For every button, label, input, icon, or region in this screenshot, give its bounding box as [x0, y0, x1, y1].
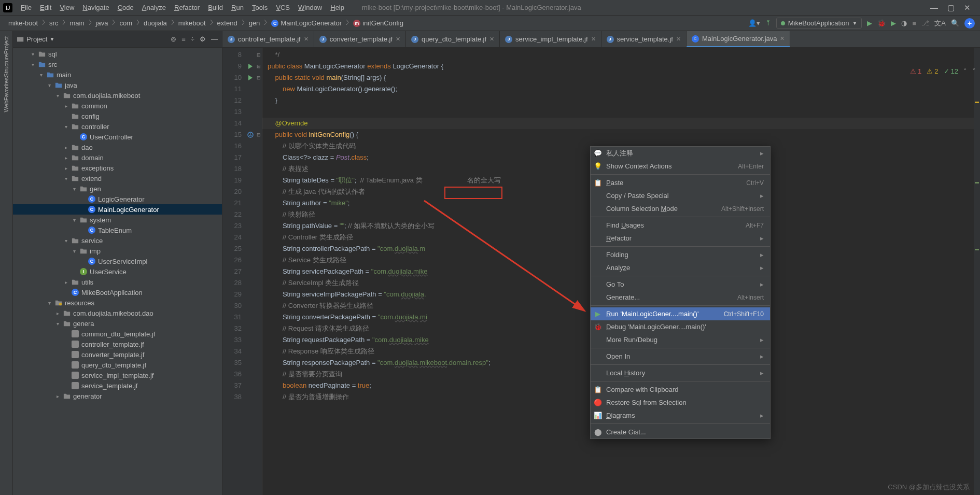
tree-TableEnum[interactable]: CTableEnum [13, 225, 222, 235]
close-icon[interactable]: ✕ [396, 36, 400, 43]
tree-common[interactable]: ▸common [13, 101, 222, 111]
ctx-----[interactable]: 💬私人注释▸ [591, 147, 770, 160]
tree-resources[interactable]: ▾resources [13, 298, 222, 308]
crumb-com[interactable]: com [116, 18, 135, 28]
tree-src[interactable]: ▾src [13, 59, 222, 69]
menu-vcs[interactable]: VCS [272, 2, 294, 13]
menu-tools[interactable]: Tools [248, 2, 272, 13]
insp-down-icon[interactable]: ˅ [972, 67, 976, 75]
crumb-mikeboot[interactable]: mikeboot [175, 18, 209, 28]
tree-com.duojiala.mikeboot[interactable]: ▾com.duojiala.mikeboot [13, 90, 222, 101]
tree-controller_template.jf[interactable]: controller_template.jf [13, 339, 222, 349]
inspection-badges[interactable]: ⚠1 ⚠2 ✓12 ˄ ˅ [910, 67, 976, 75]
tree-LogicGenerator[interactable]: CLogicGenerator [13, 194, 222, 204]
minimize-button[interactable]: — [930, 3, 938, 12]
tree-UserController[interactable]: CUserController [13, 132, 222, 142]
collapse-icon[interactable]: ÷ [191, 35, 194, 43]
debug-button[interactable]: 🐞 [877, 19, 886, 27]
close-icon[interactable]: ✕ [780, 35, 785, 42]
tree-MikeBootApplication[interactable]: CMikeBootApplication [13, 287, 222, 298]
crumb-src[interactable]: src [46, 18, 61, 28]
close-icon[interactable]: ✕ [304, 36, 309, 43]
select-opened-icon[interactable]: ⊚ [171, 35, 176, 43]
close-icon[interactable]: ✕ [676, 36, 681, 43]
tab-controller_template.jf[interactable]: Jcontroller_template.jf✕ [222, 31, 314, 47]
tab-service_template.jf[interactable]: Jservice_template.jf✕ [601, 31, 687, 47]
ctx-paste[interactable]: 📋PasteCtrl+V [591, 176, 770, 189]
tool-tab-project[interactable]: Project [3, 36, 9, 54]
ctx-debug--mainlogicgener----main---[interactable]: 🐞Debug 'MainLogicGener....main()' [591, 320, 770, 333]
tree-query_dto_template.jf[interactable]: query_dto_template.jf [13, 360, 222, 370]
build-icon[interactable]: ⤒ [765, 19, 771, 27]
tree-controller[interactable]: ▾controller [13, 121, 222, 132]
tree-genera[interactable]: ▾genera [13, 318, 222, 329]
tab-service_impl_template.jf[interactable]: Jservice_impl_template.jf✕ [500, 31, 601, 47]
close-icon[interactable]: ✕ [591, 36, 596, 43]
expand-icon[interactable]: ≡ [181, 35, 186, 43]
ctx-generate---[interactable]: Generate...Alt+Insert [591, 291, 770, 304]
stop-button[interactable]: ■ [912, 19, 916, 27]
crumb-initGenConfig[interactable]: minitGenConfig [350, 18, 407, 29]
menu-refactor[interactable]: Refactor [170, 2, 204, 13]
close-icon[interactable]: ✕ [489, 36, 494, 43]
crumb-extend[interactable]: extend [214, 18, 241, 28]
add-button[interactable]: + [964, 18, 975, 29]
tool-tab-web[interactable]: Web [3, 101, 9, 112]
tree-sql[interactable]: ▾sql [13, 49, 222, 59]
ctx-restore-sql-from-selection[interactable]: 🔴Restore Sql from Selection [591, 396, 770, 409]
menu-navigate[interactable]: Navigate [78, 2, 113, 13]
menu-run[interactable]: Run [227, 2, 248, 13]
crumb-duojiala[interactable]: duojiala [141, 18, 170, 28]
tab-converter_template.jf[interactable]: Jconverter_template.jf✕ [314, 31, 406, 47]
tree-generator[interactable]: ▸generator [13, 391, 222, 401]
crumb-gen[interactable]: gen [246, 18, 263, 28]
tool-tab-favorites[interactable]: Favorites [3, 77, 9, 101]
tab-query_dto_template.jf[interactable]: Jquery_dto_template.jf✕ [406, 31, 500, 47]
git-button[interactable]: ⎇ [921, 19, 929, 27]
menu-window[interactable]: Window [294, 2, 326, 13]
tree-utils[interactable]: ▸utils [13, 277, 222, 287]
tree-common_dto_template.jf[interactable]: common_dto_template.jf [13, 329, 222, 339]
ctx-refactor[interactable]: Refactor▸ [591, 232, 770, 245]
search-icon[interactable]: 🔍 [951, 19, 959, 27]
tool-tab-structure[interactable]: Structure [3, 54, 9, 77]
close-button[interactable]: ✕ [964, 3, 971, 12]
ctx-go-to[interactable]: Go To▸ [591, 278, 770, 291]
ctx-more-run-debug[interactable]: More Run/Debug▸ [591, 333, 770, 346]
tree-MainLogicGenerator[interactable]: CMainLogicGenerator [13, 204, 222, 215]
menu-code[interactable]: Code [114, 2, 138, 13]
gear-icon[interactable]: ⚙ [200, 35, 206, 43]
menu-view[interactable]: View [55, 2, 78, 13]
menu-file[interactable]: File [17, 2, 36, 13]
menu-build[interactable]: Build [204, 2, 227, 13]
crumb-main[interactable]: main [66, 18, 87, 28]
run-config-selector[interactable]: MikeBootApplication ▼ [776, 18, 862, 29]
tree-service_impl_template.jf[interactable]: service_impl_template.jf [13, 370, 222, 380]
ctx-find-usages[interactable]: Find UsagesAlt+F7 [591, 219, 770, 232]
ctx-folding[interactable]: Folding▸ [591, 248, 770, 261]
tree-com.duojiala.mikeboot.dao[interactable]: ▸com.duojiala.mikeboot.dao [13, 308, 222, 318]
crumb-MainLogicGenerator[interactable]: CMainLogicGenerator [268, 18, 345, 29]
tree-domain[interactable]: ▸domain [13, 152, 222, 163]
tree-system[interactable]: ▾system [13, 215, 222, 225]
tree-service_template.jf[interactable]: service_template.jf [13, 380, 222, 391]
error-stripe[interactable] [974, 48, 980, 495]
ctx-create-gist---[interactable]: ⬤Create Gist... [591, 426, 770, 439]
hide-icon[interactable]: — [211, 35, 218, 43]
tree-UserService[interactable]: IUserService [13, 266, 222, 277]
ctx-show-context-actions[interactable]: 💡Show Context ActionsAlt+Enter [591, 160, 770, 173]
menu-edit[interactable]: Edit [36, 2, 55, 13]
tab-MainLogicGenerator.java[interactable]: CMainLogicGenerator.java✕ [687, 31, 791, 47]
profile-button[interactable]: ◑ [901, 19, 907, 27]
ctx-local-history[interactable]: Local History▸ [591, 366, 770, 379]
translate-icon[interactable]: 文A [934, 19, 946, 28]
ctx-analyze[interactable]: Analyze▸ [591, 261, 770, 274]
tree-converter_template.jf[interactable]: converter_template.jf [13, 349, 222, 360]
tree-gen[interactable]: ▾gen [13, 183, 222, 194]
tree-UserServiceImpl[interactable]: CUserServiceImpl [13, 256, 222, 266]
ctx-run--mainlogicgener----main---[interactable]: ▶Run 'MainLogicGener....main()'Ctrl+Shif… [591, 307, 770, 320]
ctx-copy---paste-special[interactable]: Copy / Paste Special▸ [591, 189, 770, 202]
ctx-diagrams[interactable]: 📊Diagrams▸ [591, 409, 770, 422]
crumb-java[interactable]: java [93, 18, 111, 28]
tree-extend[interactable]: ▾extend [13, 173, 222, 183]
